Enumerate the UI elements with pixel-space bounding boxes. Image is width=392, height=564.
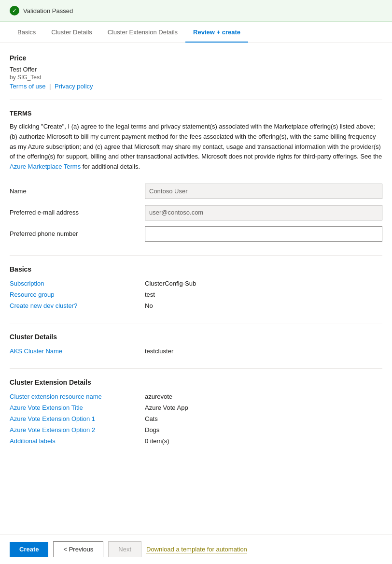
divider-2 (10, 255, 382, 256)
main-content: Price Test Offer by SIG_Test Terms of us… (0, 43, 392, 508)
extension-option1-key: Azure Vote Extension Option 1 (10, 415, 145, 422)
cluster-extension-heading: Cluster Extension Details (10, 378, 382, 386)
extension-resource-name-key: Cluster extension resource name (10, 393, 145, 400)
offer-by: by SIG_Test (10, 74, 382, 81)
offer-name: Test Offer (10, 66, 382, 73)
terms-body-text-1: By clicking "Create", I (a) agree to the… (10, 123, 382, 160)
name-row: Name (10, 184, 382, 199)
previous-button[interactable]: < Previous (53, 541, 103, 557)
next-button: Next (108, 541, 141, 557)
extension-title-value: Azure Vote App (145, 404, 188, 411)
create-dev-cluster-value: No (145, 302, 153, 309)
tab-basics[interactable]: Basics (10, 22, 43, 43)
aks-cluster-name-key: AKS Cluster Name (10, 347, 145, 355)
price-section: Price Test Offer by SIG_Test Terms of us… (10, 54, 382, 90)
extension-resource-name-row: Cluster extension resource name azurevot… (10, 393, 382, 400)
tab-cluster-extension-details[interactable]: Cluster Extension Details (100, 22, 185, 43)
extension-option1-value: Cats (145, 415, 158, 422)
terms-body-text-2: for additional details. (81, 163, 140, 170)
extension-option2-key: Azure Vote Extension Option 2 (10, 426, 145, 434)
tab-cluster-details[interactable]: Cluster Details (43, 22, 100, 43)
cluster-details-section: Cluster Details AKS Cluster Name testclu… (10, 333, 382, 355)
subscription-key: Subscription (10, 280, 145, 287)
aks-cluster-name-value: testcluster (145, 347, 173, 355)
extension-option2-row: Azure Vote Extension Option 2 Dogs (10, 426, 382, 434)
create-dev-cluster-row: Create new dev cluster? No (10, 302, 382, 309)
validation-text: Validation Passed (23, 7, 73, 14)
tab-review-create[interactable]: Review + create (185, 22, 248, 43)
additional-labels-row: Additional labels 0 item(s) (10, 437, 382, 445)
phone-label: Preferred phone number (10, 230, 145, 237)
cluster-extension-section: Cluster Extension Details Cluster extens… (10, 378, 382, 445)
basics-heading: Basics (10, 265, 382, 273)
additional-labels-key: Additional labels (10, 437, 145, 445)
terms-body: By clicking "Create", I (a) agree to the… (10, 122, 382, 172)
phone-row: Preferred phone number (10, 226, 382, 242)
additional-labels-value: 0 item(s) (145, 437, 169, 445)
cluster-details-heading: Cluster Details (10, 333, 382, 341)
resource-group-key: Resource group (10, 291, 145, 298)
basics-section: Basics Subscription ClusterConfig-Sub Re… (10, 265, 382, 309)
nav-tabs: Basics Cluster Details Cluster Extension… (0, 22, 392, 43)
resource-group-row: Resource group test (10, 291, 382, 298)
phone-input[interactable] (145, 226, 382, 242)
terms-heading: TERMS (10, 110, 382, 117)
email-row: Preferred e-mail address (10, 205, 382, 220)
divider-4 (10, 368, 382, 369)
terms-links: Terms of use | Privacy policy (10, 83, 382, 90)
validation-icon: ✓ (10, 6, 19, 15)
email-input[interactable] (145, 205, 382, 220)
create-dev-cluster-key: Create new dev cluster? (10, 302, 145, 309)
extension-option1-row: Azure Vote Extension Option 1 Cats (10, 415, 382, 422)
resource-group-value: test (145, 291, 155, 298)
download-template-link[interactable]: Download a template for automation (146, 546, 247, 553)
divider-1 (10, 100, 382, 100)
name-input[interactable] (145, 184, 382, 199)
name-label: Name (10, 188, 145, 195)
divider-3 (10, 323, 382, 323)
footer-bar: Create < Previous Next Download a templa… (0, 534, 392, 564)
validation-bar: ✓ Validation Passed (0, 0, 392, 22)
extension-resource-name-value: azurevote (145, 393, 172, 400)
subscription-row: Subscription ClusterConfig-Sub (10, 280, 382, 287)
contact-form: Name Preferred e-mail address Preferred … (10, 184, 382, 242)
terms-section: TERMS By clicking "Create", I (a) agree … (10, 110, 382, 172)
create-button[interactable]: Create (10, 542, 48, 557)
price-section-title: Price (10, 54, 382, 62)
email-label: Preferred e-mail address (10, 209, 145, 216)
privacy-policy-link[interactable]: Privacy policy (55, 83, 93, 90)
azure-marketplace-terms-link[interactable]: Azure Marketplace Terms (10, 163, 81, 170)
terms-separator: | (49, 83, 51, 90)
aks-cluster-name-row: AKS Cluster Name testcluster (10, 347, 382, 355)
extension-title-key: Azure Vote Extension Title (10, 404, 145, 411)
extension-title-row: Azure Vote Extension Title Azure Vote Ap… (10, 404, 382, 411)
subscription-value: ClusterConfig-Sub (145, 280, 196, 287)
extension-option2-value: Dogs (145, 426, 159, 434)
terms-of-use-link[interactable]: Terms of use (10, 83, 45, 90)
